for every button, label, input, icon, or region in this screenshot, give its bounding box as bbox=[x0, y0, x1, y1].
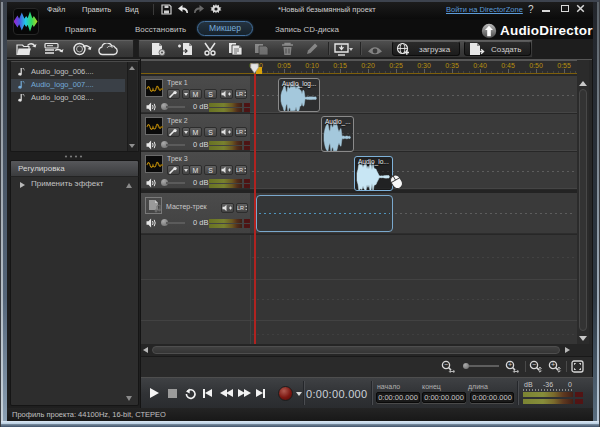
svg-text:+: + bbox=[551, 361, 555, 368]
svg-text:−: − bbox=[532, 361, 536, 368]
svg-text:+: + bbox=[508, 361, 512, 368]
svg-text:−: − bbox=[444, 361, 448, 368]
